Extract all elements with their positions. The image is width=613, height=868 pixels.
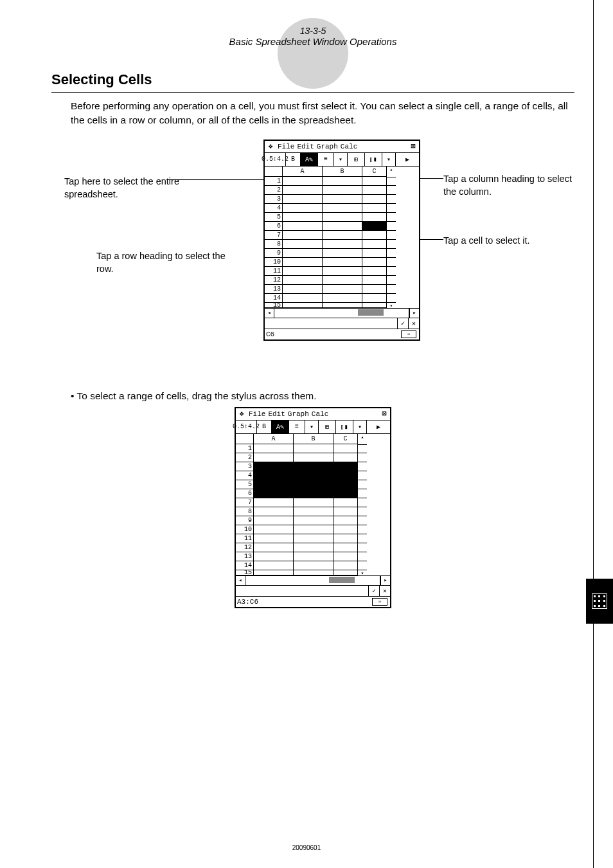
row-header[interactable]: 13	[265, 285, 283, 294]
cell[interactable]	[333, 570, 358, 575]
vscroll[interactable]	[358, 453, 367, 462]
select-all-corner[interactable]	[236, 434, 254, 444]
cell[interactable]	[362, 186, 387, 195]
vscroll[interactable]	[358, 462, 367, 471]
row-header[interactable]: 14	[265, 294, 283, 303]
scroll-up[interactable]: ▴	[387, 167, 396, 177]
cell-selected[interactable]	[254, 462, 294, 471]
cell-selected[interactable]	[362, 222, 387, 231]
cell[interactable]	[294, 498, 333, 507]
scroll-right[interactable]: ▸	[409, 309, 419, 318]
cell[interactable]	[333, 498, 358, 507]
cell[interactable]	[323, 213, 362, 222]
row-header[interactable]: 6	[265, 222, 283, 231]
menu-file[interactable]: File	[249, 410, 265, 418]
row-header[interactable]: 10	[265, 258, 283, 267]
close-icon[interactable]: ⊠	[380, 409, 389, 419]
vscroll[interactable]	[387, 240, 396, 249]
column-header-b[interactable]: B	[294, 434, 333, 444]
row-header[interactable]: 6	[236, 489, 254, 498]
cell[interactable]	[362, 294, 387, 303]
row-header[interactable]: 5	[236, 480, 254, 489]
cell[interactable]	[333, 561, 358, 570]
menu-edit[interactable]: Edit	[297, 143, 314, 150]
row-header[interactable]: 3	[236, 462, 254, 471]
menu-graph[interactable]: Graph	[288, 410, 309, 418]
cell[interactable]	[283, 276, 323, 285]
cell[interactable]	[283, 177, 323, 186]
toolbar-chart-2[interactable]: ⫿▮	[365, 153, 382, 166]
cell[interactable]	[254, 507, 294, 516]
cell[interactable]	[323, 240, 362, 249]
confirm-button[interactable]: ✓	[368, 586, 379, 596]
cell[interactable]	[283, 267, 323, 276]
vscroll[interactable]	[358, 498, 367, 507]
row-header[interactable]: 14	[236, 561, 254, 570]
toolbar-font[interactable]: A✎	[272, 420, 289, 433]
cell[interactable]	[254, 498, 294, 507]
close-icon[interactable]: ⊠	[409, 141, 418, 151]
cell[interactable]	[283, 285, 323, 294]
select-all-corner[interactable]	[265, 167, 283, 177]
cell[interactable]	[283, 231, 323, 240]
cell[interactable]	[362, 195, 387, 204]
keyboard-icon[interactable]: ⌨	[401, 330, 416, 338]
column-header-b[interactable]: B	[323, 167, 362, 177]
vscroll[interactable]	[358, 507, 367, 516]
cell[interactable]	[254, 552, 294, 561]
vscroll[interactable]	[358, 561, 367, 570]
row-header[interactable]: 5	[265, 213, 283, 222]
vscroll[interactable]	[358, 525, 367, 534]
cancel-button[interactable]: ✕	[379, 586, 390, 596]
menu-calc[interactable]: Calc	[312, 410, 328, 418]
vscroll[interactable]	[358, 489, 367, 498]
vscroll[interactable]	[358, 543, 367, 552]
scroll-thumb[interactable]	[329, 577, 355, 583]
cell-selected[interactable]	[294, 489, 333, 498]
row-header[interactable]: 7	[265, 231, 283, 240]
vscroll[interactable]	[387, 186, 396, 195]
cell[interactable]	[283, 222, 323, 231]
cell-selected[interactable]	[333, 489, 358, 498]
keyboard-icon[interactable]: ⌨	[372, 598, 387, 606]
cell[interactable]	[294, 453, 333, 462]
row-header[interactable]: 9	[236, 516, 254, 525]
toolbar-align[interactable]: ≡	[318, 153, 334, 166]
menu-graph[interactable]: Graph	[317, 143, 338, 150]
cell[interactable]	[323, 204, 362, 213]
scroll-right[interactable]: ▸	[380, 576, 390, 585]
hscrollbar[interactable]: ◂ ▸	[265, 308, 419, 318]
cell[interactable]	[294, 552, 333, 561]
cell[interactable]	[283, 303, 323, 308]
cell[interactable]	[254, 570, 294, 575]
cell[interactable]	[323, 222, 362, 231]
scroll-left[interactable]: ◂	[236, 576, 245, 585]
cell[interactable]	[333, 516, 358, 525]
toolbar-dropdown-2[interactable]: ▾	[382, 153, 396, 166]
vscroll[interactable]	[387, 222, 396, 231]
row-header[interactable]: 2	[265, 186, 283, 195]
vscroll[interactable]	[387, 285, 396, 294]
cell[interactable]	[254, 525, 294, 534]
cell[interactable]	[333, 534, 358, 543]
row-header[interactable]: 10	[236, 525, 254, 534]
cell-selected[interactable]	[294, 462, 333, 471]
toolbar-dropdown-1[interactable]: ▾	[334, 153, 348, 166]
scroll-track[interactable]	[245, 576, 380, 585]
row-header[interactable]: 15	[236, 570, 254, 575]
column-header-c[interactable]: C	[333, 434, 358, 444]
toolbar-dropdown-1[interactable]: ▾	[305, 420, 319, 433]
vscroll[interactable]	[358, 444, 367, 453]
vscroll[interactable]	[358, 516, 367, 525]
row-header[interactable]: 9	[265, 249, 283, 258]
cell[interactable]	[294, 516, 333, 525]
cell-selected[interactable]	[254, 471, 294, 480]
cell[interactable]	[294, 570, 333, 575]
column-header-a[interactable]: A	[254, 434, 294, 444]
formula-input[interactable]	[265, 318, 397, 329]
menu-file[interactable]: File	[278, 143, 294, 150]
vscroll[interactable]	[387, 267, 396, 276]
column-header-c[interactable]: C	[362, 167, 387, 177]
vscroll[interactable]	[358, 471, 367, 480]
confirm-button[interactable]: ✓	[397, 318, 408, 329]
